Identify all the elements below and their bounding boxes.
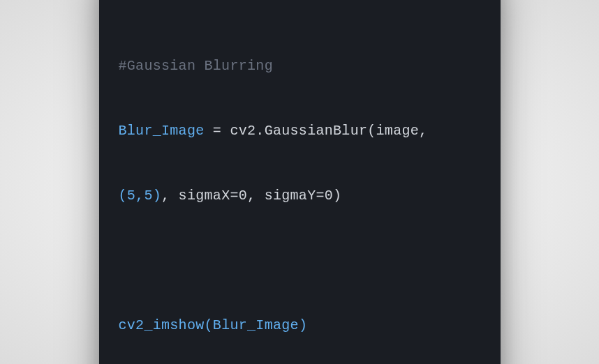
comment-text: #Gaussian Blurring xyxy=(119,58,273,74)
assignment-text: = cv2.GaussianBlur(image, xyxy=(205,123,436,139)
blank-line xyxy=(119,250,481,271)
code-line-2: Blur_Image = cv2.GaussianBlur(image, xyxy=(119,120,481,142)
code-block: #Gaussian Blurring Blur_Image = cv2.Gaus… xyxy=(119,12,481,364)
open-paren: ( xyxy=(205,317,213,333)
close-paren: ) xyxy=(299,317,307,333)
variable-name: Blur_Image xyxy=(119,123,205,139)
arg-name: Blur_Image xyxy=(213,317,299,333)
code-line-5: cv2_imshow(Blur_Image) xyxy=(119,314,481,336)
args-text: , sigmaX=0, sigmaY=0) xyxy=(161,188,341,204)
function-name: cv2_imshow xyxy=(119,317,205,333)
code-window: #Gaussian Blurring Blur_Image = cv2.Gaus… xyxy=(99,0,501,364)
code-line-1: #Gaussian Blurring xyxy=(119,55,481,77)
tuple-literal: (5,5) xyxy=(119,188,162,204)
code-line-3: (5,5), sigmaX=0, sigmaY=0) xyxy=(119,185,481,206)
